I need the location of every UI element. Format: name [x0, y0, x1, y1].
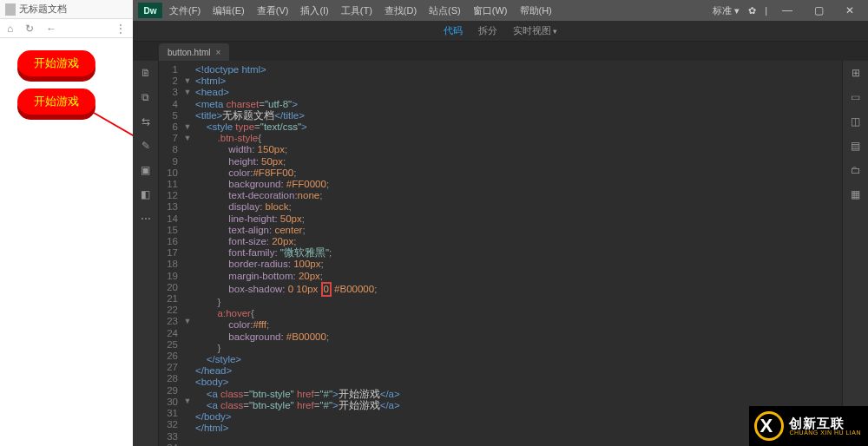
- left-toolbar: 🗎 ⧉ ⇆ ✎ ▣ ◧ ⋯: [133, 61, 159, 446]
- menu-site[interactable]: 站点(S): [429, 4, 461, 17]
- snippets-icon[interactable]: ▦: [849, 187, 863, 201]
- menu-edit[interactable]: 编辑(E): [213, 4, 245, 17]
- close-button[interactable]: ✕: [838, 4, 861, 16]
- dreamweaver-window: Dw 文件(F) 编辑(E) 查看(V) 插入(I) 工具(T) 查找(D) 站…: [133, 0, 868, 446]
- menu-file[interactable]: 文件(F): [169, 4, 201, 17]
- tab-label: button.html: [168, 48, 210, 57]
- view-live[interactable]: 实时视图▾: [513, 24, 557, 37]
- hash-icon[interactable]: ⧉: [139, 90, 153, 104]
- maximize-button[interactable]: ▢: [807, 4, 830, 16]
- view-switcher: 代码 拆分 实时视图▾: [133, 21, 868, 42]
- preview-title: 无标题文档: [19, 3, 67, 16]
- fold-column: ▼▼▼▼▼▼: [183, 61, 192, 446]
- view-code[interactable]: 代码: [444, 24, 463, 37]
- more-tools-icon[interactable]: ⋯: [139, 212, 153, 226]
- dom-icon[interactable]: ▤: [849, 139, 863, 153]
- watermark: X 创新互联 CHUANG XIN HU LIAN: [749, 406, 868, 446]
- panel-toggle-icon[interactable]: ⊞: [849, 66, 863, 80]
- menubar: 文件(F) 编辑(E) 查看(V) 插入(I) 工具(T) 查找(D) 站点(S…: [169, 4, 552, 17]
- preview-button-1[interactable]: 开始游戏: [17, 50, 95, 76]
- back-icon[interactable]: ←: [46, 23, 56, 35]
- titlebar: Dw 文件(F) 编辑(E) 查看(V) 插入(I) 工具(T) 查找(D) 站…: [133, 0, 868, 21]
- document-icon: [5, 3, 16, 16]
- minimize-button[interactable]: —: [776, 4, 799, 16]
- css-icon[interactable]: ◫: [849, 115, 863, 128]
- settings-icon[interactable]: ✿: [748, 5, 756, 16]
- watermark-en: CHUANG XIN HU LIAN: [789, 430, 861, 436]
- preview-panel: 无标题文档 ⌂ ↻ ← ⋮ 开始游戏 开始游戏: [0, 0, 133, 446]
- menu-help[interactable]: 帮助(H): [520, 4, 552, 17]
- watermark-logo-icon: X: [754, 411, 784, 441]
- file-tab[interactable]: button.html ×: [159, 43, 229, 61]
- line-gutter: 1234567891011121314151617181920212223242…: [159, 61, 183, 446]
- image-icon[interactable]: ▣: [139, 163, 153, 177]
- view-split[interactable]: 拆分: [478, 24, 497, 37]
- preview-body: 开始游戏 开始游戏: [0, 38, 133, 139]
- assets-icon[interactable]: ▭: [849, 90, 863, 104]
- preview-header: 无标题文档: [0, 0, 133, 19]
- menu-insert[interactable]: 插入(I): [300, 4, 328, 17]
- panel-icon[interactable]: ◧: [139, 187, 153, 201]
- reload-icon[interactable]: ↻: [25, 23, 34, 35]
- home-icon[interactable]: ⌂: [7, 23, 13, 35]
- tab-close-icon[interactable]: ×: [215, 48, 220, 57]
- menu-window[interactable]: 窗口(W): [473, 4, 508, 17]
- link-icon[interactable]: ⇆: [139, 115, 153, 128]
- menu-find[interactable]: 查找(D): [385, 4, 417, 17]
- workspace-switcher[interactable]: 标准 ▾: [713, 4, 740, 17]
- watermark-cn: 创新互联: [789, 416, 861, 430]
- editor-area: 🗎 ⧉ ⇆ ✎ ▣ ◧ ⋯ 12345678910111213141516171…: [133, 61, 868, 446]
- code-editor[interactable]: 1234567891011121314151617181920212223242…: [159, 61, 842, 446]
- right-toolbar: ⊞ ▭ ◫ ▤ 🗀 ▦: [842, 61, 868, 446]
- menu-view[interactable]: 查看(V): [257, 4, 289, 17]
- file-icon[interactable]: 🗎: [139, 66, 153, 80]
- resources-icon[interactable]: 🗀: [849, 163, 863, 177]
- menu-tools[interactable]: 工具(T): [341, 4, 372, 17]
- dw-logo-icon: Dw: [138, 3, 162, 18]
- more-icon[interactable]: ⋮: [115, 23, 126, 35]
- tab-row: button.html ×: [133, 42, 868, 61]
- brush-icon[interactable]: ✎: [139, 139, 153, 153]
- code-body[interactable]: <!doctype html><html><head><meta charset…: [192, 61, 842, 446]
- sep: |: [765, 5, 767, 16]
- preview-button-2[interactable]: 开始游戏: [17, 89, 95, 115]
- preview-toolbar: ⌂ ↻ ← ⋮: [0, 19, 133, 38]
